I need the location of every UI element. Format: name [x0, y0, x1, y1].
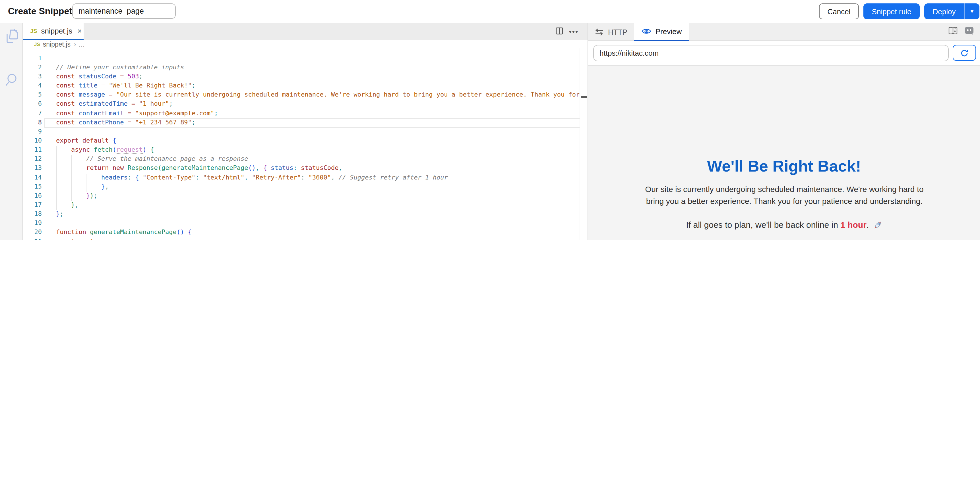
code-line[interactable]: 13 return new Response(generateMaintenan… [23, 165, 587, 174]
line-number: 10 [23, 137, 42, 144]
code-line[interactable]: 8const contactPhone = "+1 234 567 89"; [23, 119, 587, 128]
code-line[interactable]: 20function generateMaintenancePage() { [23, 229, 587, 238]
line-number: 2 [23, 63, 42, 71]
page-title: Create Snippet [8, 0, 72, 23]
discord-icon[interactable] [965, 27, 974, 37]
snippet-rule-button[interactable]: Snippet rule [864, 3, 920, 19]
line-number: 15 [23, 183, 42, 190]
tab-http[interactable]: HTTP [588, 23, 634, 41]
app: Create Snippet Cancel Snippet rule Deplo… [0, 0, 980, 240]
code-line[interactable]: 19 [23, 219, 587, 228]
scrollbar-thumb[interactable] [581, 96, 587, 98]
code-line[interactable]: 6const estimatedTime = "1 hour"; [23, 100, 587, 109]
code-line[interactable]: 2// Define your customizable inputs [23, 63, 587, 73]
line-number: 11 [23, 146, 42, 154]
line-number: 1 [23, 54, 42, 62]
line-number: 7 [23, 109, 42, 117]
breadcrumb[interactable]: JS snippet.js › … [23, 40, 587, 48]
tab-close-icon[interactable]: × [77, 27, 82, 35]
code-line[interactable]: 11 async fetch(request) { [23, 146, 587, 155]
http-arrows-icon [595, 28, 603, 35]
code-line[interactable]: 14 headers: { "Content-Type": "text/html… [23, 174, 587, 183]
editor-tab-bar: JS snippet.js × ••• [23, 23, 587, 40]
line-number: 20 [23, 229, 42, 236]
maintenance-eta: If all goes to plan, we'll be back onlin… [588, 220, 980, 231]
code-line[interactable]: 3const statusCode = 503; [23, 73, 587, 82]
code-line[interactable]: 9 [23, 128, 587, 137]
code-line[interactable]: 21 return ` [23, 238, 587, 240]
docs-book-icon[interactable] [948, 27, 958, 37]
deploy-dropdown-arrow[interactable]: ▼ [965, 8, 980, 14]
preview-panel: HTTP Preview We'll Be Right Back! [587, 23, 980, 240]
line-number: 17 [23, 201, 42, 209]
line-number: 16 [23, 192, 42, 200]
line-number: 6 [23, 100, 42, 108]
line-number: 4 [23, 82, 42, 89]
search-icon[interactable] [5, 73, 18, 89]
rocket-icon [873, 220, 882, 231]
cancel-button[interactable]: Cancel [819, 3, 859, 19]
js-file-icon: JS [30, 28, 37, 34]
code-line[interactable]: 1 [23, 54, 587, 63]
code-line[interactable]: 4const title = "We'll Be Right Back!"; [23, 82, 587, 91]
refresh-button[interactable] [953, 45, 976, 61]
code-line[interactable]: 7const contactEmail = "support@example.c… [23, 109, 587, 119]
code-line[interactable]: 5const message = "Our site is currently … [23, 91, 587, 100]
split-editor-icon[interactable] [556, 27, 563, 36]
code-area[interactable]: 12// Define your customizable inputs3con… [23, 48, 587, 240]
tab-preview[interactable]: Preview [634, 23, 689, 41]
maintenance-title: We'll Be Right Back! [588, 157, 980, 176]
snippet-name-input[interactable] [72, 3, 176, 19]
eta-value: 1 hour [840, 220, 867, 230]
line-number: 21 [23, 238, 42, 240]
preview-eye-icon [642, 28, 652, 35]
line-number: 9 [23, 128, 42, 135]
panel-tab-bar: HTTP Preview [588, 23, 980, 41]
js-file-icon: JS [34, 41, 40, 47]
top-bar: Create Snippet Cancel Snippet rule Deplo… [0, 0, 980, 23]
line-number: 12 [23, 155, 42, 162]
line-number: 3 [23, 73, 42, 80]
line-number: 8 [23, 119, 42, 126]
code-line[interactable]: 12 // Serve the maintenance page as a re… [23, 155, 587, 164]
tab-snippet-js[interactable]: JS snippet.js × [23, 23, 84, 40]
code-editor: JS snippet.js × ••• JS snippet.js › … 12… [23, 23, 587, 240]
activity-bar: ⚙ [0, 23, 23, 240]
line-number: 13 [23, 165, 42, 172]
preview-viewport: We'll Be Right Back! Our site is current… [588, 66, 980, 240]
code-line[interactable]: 16 }); [23, 192, 587, 201]
line-number: 19 [23, 219, 42, 227]
more-actions-icon[interactable]: ••• [569, 27, 578, 36]
code-lines: 12// Define your customizable inputs3con… [23, 54, 587, 240]
line-number: 5 [23, 91, 42, 98]
deploy-button[interactable]: Deploy ▼ [924, 3, 980, 19]
line-number: 18 [23, 210, 42, 217]
code-line[interactable]: 15 }, [23, 183, 587, 192]
maintenance-message: Our site is currently undergoing schedul… [643, 184, 925, 208]
code-line[interactable]: 18}; [23, 210, 587, 219]
line-number: 14 [23, 174, 42, 181]
code-line[interactable]: 17 }, [23, 201, 587, 210]
url-bar [588, 41, 980, 66]
files-icon[interactable] [5, 29, 18, 46]
editor-scrollbar[interactable] [579, 48, 587, 240]
preview-url-input[interactable] [593, 45, 949, 61]
code-line[interactable]: 10export default { [23, 137, 587, 146]
